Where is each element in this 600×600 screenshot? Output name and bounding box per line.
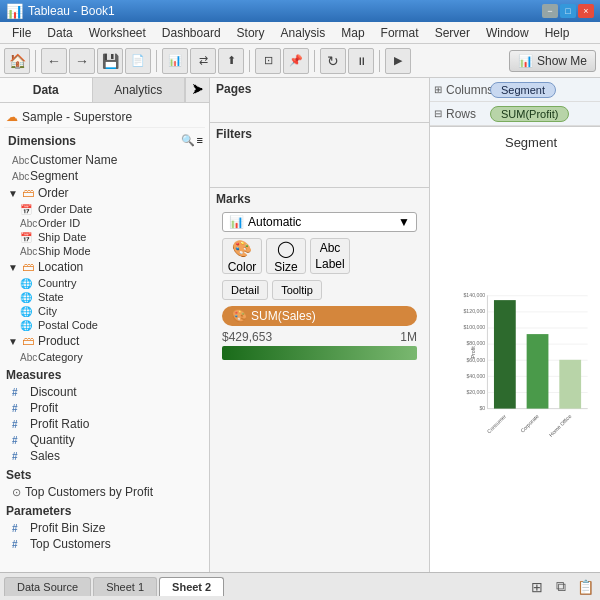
- menu-item-map[interactable]: Map: [333, 24, 372, 42]
- y-tick-60k: $60,000: [466, 357, 485, 363]
- filters-drop-area[interactable]: [216, 143, 423, 183]
- datasource-icon: ☁: [6, 110, 18, 124]
- dim-postal-code[interactable]: 🌐 Postal Code: [4, 318, 205, 332]
- label-mark-button[interactable]: Abc Label: [310, 238, 350, 274]
- chart-area: Segment Profit $0 $20,000: [430, 127, 600, 572]
- detail-button[interactable]: Detail: [222, 280, 268, 300]
- tab-sheet2[interactable]: Sheet 2: [159, 577, 224, 596]
- menu-item-format[interactable]: Format: [373, 24, 427, 42]
- pages-drop-area[interactable]: [216, 98, 423, 118]
- marks-detail-row: Detail Tooltip: [222, 280, 417, 300]
- size-mark-button[interactable]: ◯ Size: [266, 238, 306, 274]
- menu-item-worksheet[interactable]: Worksheet: [81, 24, 154, 42]
- swap-button[interactable]: ⇄: [190, 48, 216, 74]
- bar-corporate[interactable]: [527, 334, 549, 409]
- dim-order-date[interactable]: 📅 Order Date: [4, 202, 205, 216]
- parameters-label: Parameters: [4, 500, 205, 520]
- dropdown-arrow-icon: ▼: [398, 215, 410, 229]
- group-order[interactable]: ▼ 🗃 Order: [4, 184, 205, 202]
- panel-collapse-button[interactable]: ⮞: [185, 78, 209, 102]
- new-sheet-button[interactable]: ⊞: [526, 576, 548, 598]
- param-profit-bin[interactable]: # Profit Bin Size: [4, 520, 205, 536]
- measure-quantity[interactable]: # Quantity: [4, 432, 205, 448]
- left-panel: Data Analytics ⮞ ☁ Sample - Superstore D…: [0, 78, 210, 572]
- maximize-button[interactable]: □: [560, 4, 576, 18]
- marks-type-dropdown[interactable]: 📊 Automatic ▼: [222, 212, 417, 232]
- fix-axis-button[interactable]: 📌: [283, 48, 309, 74]
- filters-label: Filters: [216, 127, 423, 141]
- dashboard-button[interactable]: 📋: [574, 576, 596, 598]
- menu-item-story[interactable]: Story: [229, 24, 273, 42]
- color-mark-button[interactable]: 🎨 Color: [222, 238, 262, 274]
- menu-item-data[interactable]: Data: [39, 24, 80, 42]
- group-order-icon: 🗃: [22, 186, 34, 200]
- new-button[interactable]: 📄: [125, 48, 151, 74]
- save-button[interactable]: 💾: [97, 48, 123, 74]
- marks-type-label: Automatic: [248, 215, 301, 229]
- dim-customer-name[interactable]: Abc Customer Name: [4, 152, 205, 168]
- back-button[interactable]: ←: [41, 48, 67, 74]
- menu-item-file[interactable]: File: [4, 24, 39, 42]
- sort-button[interactable]: ⬆: [218, 48, 244, 74]
- dim-country[interactable]: 🌐 Country: [4, 276, 205, 290]
- set-top-customers[interactable]: ⊙ Top Customers by Profit: [4, 484, 205, 500]
- minimize-button[interactable]: −: [542, 4, 558, 18]
- menu-item-help[interactable]: Help: [537, 24, 578, 42]
- show-me-label: Show Me: [537, 54, 587, 68]
- dim-state[interactable]: 🌐 State: [4, 290, 205, 304]
- forward-button[interactable]: →: [69, 48, 95, 74]
- bar-home-office[interactable]: [559, 360, 581, 409]
- menu-item-server[interactable]: Server: [427, 24, 478, 42]
- close-button[interactable]: ×: [578, 4, 594, 18]
- group-product[interactable]: ▼ 🗃 Product: [4, 332, 205, 350]
- search-icon[interactable]: 🔍: [181, 134, 195, 147]
- menu-item-analysis[interactable]: Analysis: [273, 24, 334, 42]
- sum-sales-pill[interactable]: 🎨 SUM(Sales): [222, 306, 417, 326]
- titlebar: 📊 Tableau - Book1 − □ ×: [0, 0, 600, 22]
- tooltip-button[interactable]: Tooltip: [272, 280, 322, 300]
- menu-item-window[interactable]: Window: [478, 24, 537, 42]
- viz-area: ⊞ Columns Segment ⊟ Rows SUM(Profit): [430, 78, 600, 572]
- columns-icon: ⊞: [434, 84, 442, 95]
- slider-bar[interactable]: [222, 346, 417, 360]
- measure-profit[interactable]: # Profit: [4, 400, 205, 416]
- measure-sales[interactable]: # Sales: [4, 448, 205, 464]
- rows-label: ⊟ Rows: [434, 107, 490, 121]
- fit-button[interactable]: ⊡: [255, 48, 281, 74]
- tab-sheet1[interactable]: Sheet 1: [93, 577, 157, 596]
- dim-ship-date[interactable]: 📅 Ship Date: [4, 230, 205, 244]
- duplicate-sheet-button[interactable]: ⧉: [550, 576, 572, 598]
- home-button[interactable]: 🏠: [4, 48, 30, 74]
- show-me-button[interactable]: 📊 Show Me: [509, 50, 596, 72]
- sort-dims-icon[interactable]: ≡: [197, 134, 203, 147]
- collapse-icon: ▼: [8, 188, 18, 199]
- bar-consumer[interactable]: [494, 300, 516, 408]
- pages-label: Pages: [216, 82, 423, 96]
- group-location[interactable]: ▼ 🗃 Location: [4, 258, 205, 276]
- chart-type-button[interactable]: 📊: [162, 48, 188, 74]
- dim-order-id[interactable]: Abc Order ID: [4, 216, 205, 230]
- rows-icon: ⊟: [434, 108, 442, 119]
- tab-data[interactable]: Data: [0, 78, 93, 102]
- dim-category[interactable]: Abc Category: [4, 350, 205, 364]
- param-top-customers[interactable]: # Top Customers: [4, 536, 205, 552]
- x-label-home-office: Home Office: [548, 413, 573, 438]
- main-area: Data Analytics ⮞ ☁ Sample - Superstore D…: [0, 78, 600, 572]
- measure-profit-ratio[interactable]: # Profit Ratio: [4, 416, 205, 432]
- menu-item-dashboard[interactable]: Dashboard: [154, 24, 229, 42]
- data-source-item[interactable]: ☁ Sample - Superstore: [4, 107, 205, 128]
- pause-button[interactable]: ⏸: [348, 48, 374, 74]
- collapse-icon: ▼: [8, 262, 18, 273]
- x-label-consumer: Consumer: [486, 413, 507, 434]
- measure-discount[interactable]: # Discount: [4, 384, 205, 400]
- dim-city[interactable]: 🌐 City: [4, 304, 205, 318]
- tab-analytics[interactable]: Analytics: [93, 78, 186, 102]
- dim-ship-mode[interactable]: Abc Ship Mode: [4, 244, 205, 258]
- bar-icon: 📊: [229, 215, 244, 229]
- rows-pill[interactable]: SUM(Profit): [490, 106, 569, 122]
- present-button[interactable]: ▶: [385, 48, 411, 74]
- dim-segment[interactable]: Abc Segment: [4, 168, 205, 184]
- tab-data-source[interactable]: Data Source: [4, 577, 91, 596]
- columns-pill[interactable]: Segment: [490, 82, 556, 98]
- refresh-button[interactable]: ↻: [320, 48, 346, 74]
